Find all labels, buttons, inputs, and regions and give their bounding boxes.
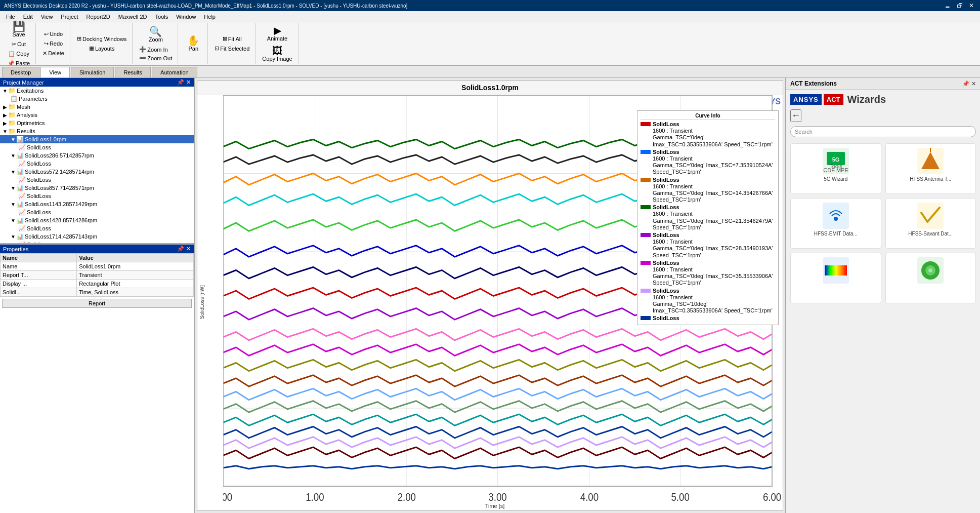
toolbar-edit-section: ↩ Undo ↪ Redo ✕ Delete (37, 23, 70, 64)
act-card-6[interactable] (885, 253, 976, 303)
zoom-in-button[interactable]: ➕ Zoom In (137, 45, 170, 54)
delete-button[interactable]: ✕ Delete (40, 49, 67, 58)
tree-item-solidloss1714[interactable]: ▼ 📊 SolidLoss1714.42857143rpm (0, 232, 194, 241)
chart-yaxis-label: SolidLoss [nW] (197, 95, 207, 509)
tree-item-solidloss857-sub[interactable]: 📈 SolidLoss (0, 192, 194, 200)
copy-button[interactable]: 📋 Copy (6, 50, 32, 58)
close-button[interactable]: ✕ (967, 2, 976, 9)
menu-maxwell2d[interactable]: Maxwell 2D (114, 13, 151, 21)
expander-solidloss857[interactable]: ▼ (10, 185, 16, 191)
tab-results[interactable]: Results (115, 67, 151, 77)
expander-excitations[interactable]: ▼ (2, 88, 8, 94)
tree-item-solidloss1143-sub[interactable]: 📈 SolidLoss (0, 208, 194, 216)
undo-icon: ↩ (44, 31, 49, 37)
copy-image-button[interactable]: 🖼 Copy Image (260, 44, 294, 63)
tree-item-parameters[interactable]: 📋 Parameters (0, 95, 194, 103)
prop-solidl-value[interactable]: Time, SolidLoss (77, 288, 194, 297)
tree-item-solidloss857[interactable]: ▼ 📊 SolidLoss857.71428571rpm (0, 184, 194, 192)
tree-item-solidloss286-sub[interactable]: 📈 SolidLoss (0, 160, 194, 168)
menu-window[interactable]: Window (172, 13, 200, 21)
tab-automation[interactable]: Automation (152, 67, 197, 77)
save-button[interactable]: 💾 Save (8, 20, 30, 39)
project-manager-pin[interactable]: 📌 (177, 79, 184, 86)
animate-button[interactable]: ▶ Animate (265, 24, 290, 43)
menu-report2d[interactable]: Report2D (82, 13, 114, 21)
act-close-button[interactable]: ✕ (971, 81, 976, 87)
prop-display-value[interactable]: Rectangular Plot (77, 280, 194, 288)
report-button[interactable]: Report (2, 299, 192, 308)
expander-solidloss286[interactable]: ▼ (10, 153, 16, 159)
svg-text:0.00: 0.00 (223, 490, 232, 503)
act-pin-button[interactable]: 📌 (962, 81, 969, 87)
act-search-input[interactable] (790, 126, 976, 137)
fit-all-button[interactable]: ⊠ Fit All (220, 34, 244, 43)
expander-results[interactable]: ▼ (2, 129, 8, 134)
cut-button[interactable]: ✂ Cut (9, 40, 28, 49)
paste-button[interactable]: 📌 Paste (5, 59, 32, 68)
tab-bar: Desktop View Simulation Results Automati… (0, 66, 980, 78)
zoom-out-button[interactable]: ➖ Zoom Out (137, 54, 175, 62)
maximize-button[interactable]: 🗗 (955, 2, 965, 9)
tab-simulation[interactable]: Simulation (71, 67, 114, 77)
tree-item-solidloss572-sub[interactable]: 📈 SolidLoss (0, 176, 194, 184)
expander-solidloss1[interactable]: ▼ (10, 137, 16, 142)
pan-button[interactable]: ✋ Pan (182, 34, 204, 53)
tree-item-results[interactable]: ▼ 📁 Results (0, 127, 194, 135)
menu-project[interactable]: Project (57, 13, 82, 21)
expander-analysis[interactable]: ▶ (2, 112, 8, 118)
ansys-logo: ANSYS (790, 94, 822, 105)
title-bar-controls: 🗕 🗗 ✕ (943, 2, 976, 9)
zoom-button[interactable]: 🔍 Zoom (145, 25, 167, 44)
tree-item-solidloss1[interactable]: ▼ 📊 SolidLoss1.0rpm (0, 135, 194, 143)
expander-optimetrics[interactable]: ▶ (2, 121, 8, 126)
expander-solidloss572[interactable]: ▼ (10, 169, 16, 175)
solidloss1143-icon: 📊 (16, 201, 24, 208)
act-card-5g-wizard[interactable]: 5G Tools CDF MPE 5G Wizard (790, 143, 881, 194)
properties-header: Properties 📌 ✕ (0, 245, 194, 253)
curve-label-7: SolidLoss (653, 315, 679, 322)
solidloss1428-sub-icon: 📈 (18, 225, 26, 232)
redo-button[interactable]: ↪ Redo (41, 40, 65, 48)
act-card-hfss-antenna[interactable]: HFSS Antenna T... (885, 143, 976, 194)
tree-item-excitations[interactable]: ▼ 📁 Excitations (0, 87, 194, 95)
prop-reportt-value[interactable]: Transient (77, 271, 194, 280)
expander-mesh[interactable]: ▶ (2, 104, 8, 110)
prop-name-value[interactable]: SolidLoss1.0rpm (77, 262, 194, 271)
project-manager-close[interactable]: ✕ (186, 79, 191, 86)
tree-item-solidloss1-sub[interactable]: 📈 SolidLoss (0, 143, 194, 151)
tree-item-optimetrics[interactable]: ▶ 📁 Optimetrics (0, 119, 194, 127)
properties-pin[interactable]: 📌 (177, 246, 184, 252)
curve-label-6: SolidLoss1600 : TransientGamma_TSC='10de… (653, 288, 775, 314)
solidloss857-sub-icon: 📈 (18, 192, 26, 200)
solidloss286-sub-icon: 📈 (18, 160, 26, 167)
svg-text:3.00: 3.00 (488, 490, 506, 503)
fit-selected-button[interactable]: ⊡ Fit Selected (212, 44, 252, 53)
prop-value-header: Value (77, 254, 194, 262)
tree-item-solidloss286[interactable]: ▼ 📊 SolidLoss286.57142857rpm (0, 151, 194, 160)
menu-help[interactable]: Help (200, 13, 220, 21)
tree-item-solidloss1143[interactable]: ▼ 📊 SolidLoss1143.28571429rpm (0, 200, 194, 208)
tab-desktop[interactable]: Desktop (2, 67, 39, 77)
tree-item-mesh[interactable]: ▶ 📁 Mesh (0, 103, 194, 111)
act-back-button[interactable]: ← (790, 109, 801, 122)
expander-solidloss1714[interactable]: ▼ (10, 234, 16, 240)
menu-tools[interactable]: Tools (151, 13, 173, 21)
menu-view[interactable]: View (37, 13, 57, 21)
tab-view[interactable]: View (40, 67, 70, 77)
act-card-5[interactable] (790, 253, 881, 303)
zoom-in-icon: ➕ (139, 46, 146, 53)
docking-windows-button[interactable]: ⊞ Docking Windows (74, 34, 129, 43)
layouts-button[interactable]: ▦ Layouts (87, 44, 117, 53)
expander-solidloss1143[interactable]: ▼ (10, 202, 16, 207)
tree-item-solidloss572[interactable]: ▼ 📊 SolidLoss572.14285714rpm (0, 168, 194, 176)
expander-solidloss1428[interactable]: ▼ (10, 218, 16, 223)
act-card-hfss-emit[interactable]: HFSS-EMIT Data... (790, 198, 881, 249)
minimize-button[interactable]: 🗕 (943, 2, 953, 9)
tree-item-analysis[interactable]: ▶ 📁 Analysis (0, 111, 194, 119)
chart-area: SolidLoss [nW] ANSYS Curve Info SolidLos… (197, 95, 783, 509)
undo-button[interactable]: ↩ Undo (41, 30, 65, 38)
tree-item-solidloss1428-sub[interactable]: 📈 SolidLoss (0, 224, 194, 232)
act-card-hfss-savant[interactable]: HFSS-Savant Dat... (885, 198, 976, 249)
properties-close[interactable]: ✕ (186, 246, 191, 252)
tree-item-solidloss1428[interactable]: ▼ 📊 SolidLoss1428.85714286rpm (0, 216, 194, 224)
